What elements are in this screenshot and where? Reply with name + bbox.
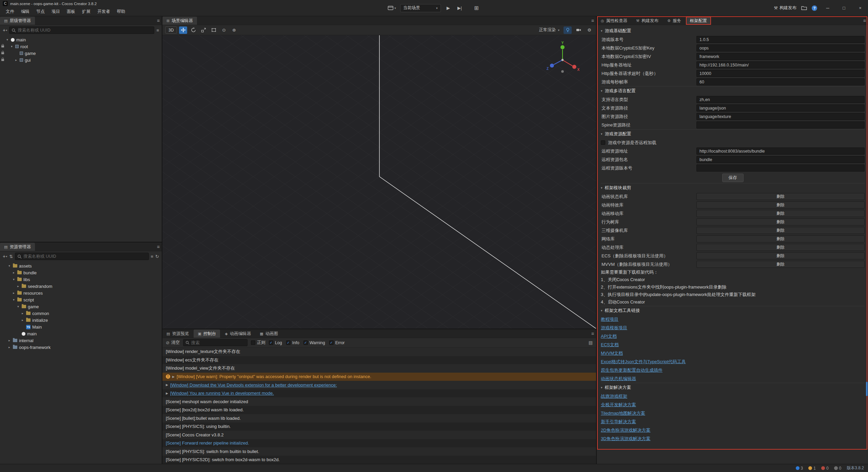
panel-menu-icon[interactable]: ≡: [863, 18, 866, 23]
panel-menu-icon[interactable]: ≡: [157, 244, 160, 250]
field-input[interactable]: [696, 61, 865, 68]
clear-console-button[interactable]: ⊘ 清空: [166, 340, 180, 346]
field-input[interactable]: [696, 121, 865, 129]
delete-button[interactable]: 删除: [696, 218, 865, 225]
pivot-toggle-icon[interactable]: ⊙: [220, 26, 228, 34]
chevron-down-icon[interactable]: ▾: [10, 45, 14, 48]
field-input[interactable]: [696, 78, 865, 85]
chevron-down-icon[interactable]: ▾: [16, 305, 20, 308]
field-input[interactable]: [696, 164, 865, 172]
refresh-icon[interactable]: ↻: [155, 254, 159, 259]
delete-button[interactable]: 删除: [696, 235, 865, 242]
chevron-down-icon[interactable]: ▾: [12, 278, 16, 281]
menu-item[interactable]: 开发者: [94, 8, 113, 15]
mode-3d-toggle[interactable]: 3D: [165, 26, 177, 34]
delete-button[interactable]: 删除: [696, 193, 865, 200]
checkbox-icon[interactable]: ✓: [329, 340, 334, 345]
solution-link[interactable]: 2D角色扮演游戏解决方案: [601, 426, 865, 434]
field-input[interactable]: [696, 104, 865, 112]
log-row[interactable]: ▶[Window] Download the Vue Devtools exte…: [162, 381, 596, 389]
tree-row[interactable]: main: [0, 330, 162, 337]
field-input[interactable]: [696, 96, 865, 103]
solution-link[interactable]: 战旗游戏框架: [601, 392, 865, 400]
panel-menu-icon[interactable]: ≡: [591, 18, 594, 23]
log-row[interactable]: [Scene] Forward render pipeline initiali…: [162, 439, 596, 448]
log-filter[interactable]: ✓Log: [269, 340, 282, 345]
section-header-resource[interactable]: ▾ 游戏资源配置: [601, 129, 865, 138]
solution-link[interactable]: 新手引导解决方案: [601, 417, 865, 426]
log-row[interactable]: [Scene] Cocos Creator v3.8.2: [162, 431, 596, 439]
log-row[interactable]: ▶[Window] You are running Vue in develop…: [162, 389, 596, 398]
coordinate-toggle-icon[interactable]: ⊕: [230, 26, 238, 34]
console-tab[interactable]: ▣控制台: [194, 330, 220, 338]
log-report-icon[interactable]: ▤: [589, 340, 593, 345]
log-row[interactable]: [Window] model_view文件夹不存在: [162, 364, 596, 373]
assets-search-input[interactable]: [23, 254, 146, 259]
tree-row[interactable]: ▸gui: [0, 57, 162, 63]
chevron-right-icon[interactable]: ▸: [14, 58, 18, 62]
tree-row[interactable]: ▸seedrandom: [0, 283, 162, 290]
scene-viewport[interactable]: Y X Z: [162, 35, 596, 329]
menu-item[interactable]: 帮助: [114, 8, 129, 15]
checkbox-icon[interactable]: ✓: [269, 340, 273, 345]
maximize-button[interactable]: □: [838, 5, 850, 11]
inspector-tab[interactable]: ⚒构建发布: [632, 17, 663, 25]
tree-row[interactable]: ▸common: [0, 310, 162, 317]
doc-link[interactable]: Excel格式转Json文件与TypeScript代码工具: [601, 357, 865, 366]
field-input[interactable]: [696, 53, 865, 60]
assets-search[interactable]: [15, 253, 149, 260]
checkbox-icon[interactable]: ✓: [303, 340, 308, 345]
panel-menu-icon[interactable]: ≡: [157, 18, 160, 23]
close-button[interactable]: ×: [854, 5, 866, 11]
section-header-language[interactable]: ▾ 游戏多语言配置: [601, 86, 865, 95]
tree-row[interactable]: ▾root: [0, 43, 162, 50]
gear-icon[interactable]: ⚙: [585, 26, 593, 34]
rect-tool-icon[interactable]: [210, 26, 218, 34]
chevron-right-icon[interactable]: ▸: [7, 339, 11, 342]
log-row[interactable]: [Window] render_texture文件夹不存在: [162, 348, 596, 356]
tree-row[interactable]: game: [0, 50, 162, 57]
preview-device-select[interactable]: ▾: [388, 6, 396, 10]
tree-row[interactable]: ▸oops-framework: [0, 344, 162, 351]
log-row[interactable]: [Scene] [PHYSICS2D]: switch from box2d-w…: [162, 456, 596, 464]
delete-button[interactable]: 删除: [696, 227, 865, 234]
delete-button[interactable]: 删除: [696, 244, 865, 251]
chevron-right-icon[interactable]: ▸: [7, 346, 11, 349]
console-search-input[interactable]: [191, 340, 245, 345]
save-button[interactable]: 保存: [722, 174, 744, 182]
log-row[interactable]: [Scene] [PHYSICS]: switch from builtin t…: [162, 447, 596, 456]
rotate-tool-icon[interactable]: [189, 26, 197, 34]
log-row[interactable]: [Scene] [bullet]:bullet wasm lib loaded.: [162, 414, 596, 422]
checkbox-icon[interactable]: ✓: [286, 340, 291, 345]
chevron-right-icon[interactable]: ▸: [21, 312, 24, 315]
tree-row[interactable]: ▸internal: [0, 337, 162, 344]
console-tab[interactable]: ◈动画编辑器: [221, 330, 255, 338]
log-row[interactable]: [Scene] [PHYSICS]: using builtin.: [162, 422, 596, 431]
scale-tool-icon[interactable]: [199, 26, 208, 34]
doc-link[interactable]: 原生包热更新配置自动生成插件: [601, 366, 865, 374]
step-button[interactable]: ▶|: [456, 5, 463, 11]
view-gizmo[interactable]: Y X Z: [544, 41, 581, 78]
field-input[interactable]: [696, 148, 865, 155]
field-input[interactable]: [696, 70, 865, 77]
camera-icon[interactable]: [574, 26, 583, 34]
doc-link[interactable]: ECS文档: [601, 340, 865, 349]
field-input[interactable]: [696, 113, 865, 120]
log-row[interactable]: [Window] ecs文件夹不存在: [162, 356, 596, 365]
error-count[interactable]: 0: [821, 466, 829, 471]
chevron-right-icon[interactable]: ▸: [16, 284, 20, 288]
folder-icon[interactable]: [801, 6, 807, 10]
chevron-down-icon[interactable]: ▾: [7, 264, 11, 268]
console-tab[interactable]: ▦动画图: [256, 330, 282, 338]
log-filter[interactable]: ✓Warning: [303, 340, 325, 345]
section-header-basic[interactable]: ▾ 游戏基础配置: [601, 26, 865, 35]
delete-button[interactable]: 删除: [696, 252, 865, 259]
tree-row[interactable]: ▾main: [0, 36, 162, 43]
log-row[interactable]: [Scene] meshopt wasm decoder initialized: [162, 397, 596, 406]
help-icon[interactable]: ?: [812, 5, 817, 11]
tree-row[interactable]: ▾game: [0, 303, 162, 310]
regex-toggle[interactable]: 正则: [251, 340, 265, 346]
regex-checkbox[interactable]: [251, 340, 255, 345]
chevron-down-icon[interactable]: ▾: [5, 38, 9, 41]
play-button[interactable]: ▶: [445, 5, 452, 11]
